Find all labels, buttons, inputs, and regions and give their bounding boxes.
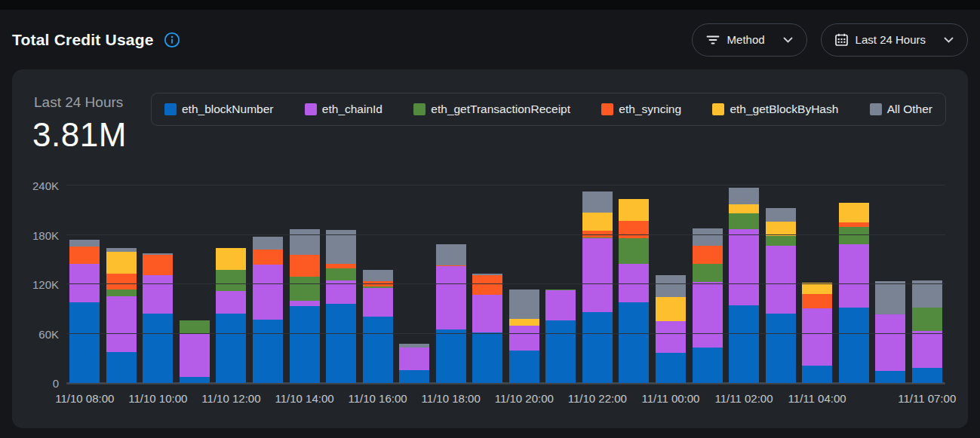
bar-segment-eth_chainid <box>472 295 502 332</box>
stacked-bar-11-11-00-00[interactable] <box>656 185 686 383</box>
bar-slot <box>799 185 836 383</box>
bar-segment-eth_chainid <box>436 266 466 329</box>
stacked-bar-11-11-06-00[interactable] <box>875 185 905 383</box>
bar-segment-eth_blocknumber <box>290 306 320 383</box>
stacked-bar-11-11-05-00[interactable] <box>839 185 869 383</box>
legend-label: eth_getBlockByHash <box>730 103 838 116</box>
bar-segment-all-other <box>509 289 539 319</box>
x-tick-label: 11/10 12:00 <box>201 392 260 405</box>
bar-segment-all-other <box>253 237 283 250</box>
stacked-bar-11-10-16-00[interactable] <box>363 185 393 383</box>
x-axis-labels: 11/10 08:0011/10 10:0011/10 12:0011/10 1… <box>66 392 945 409</box>
bar-segment-all-other <box>326 230 356 264</box>
legend-item-eth_syncing[interactable]: eth_syncing <box>601 103 681 116</box>
bar-segment-eth_blocknumber <box>693 348 723 383</box>
stacked-bar-11-10-08-00[interactable] <box>69 185 100 383</box>
bar-segment-eth_chainid <box>545 290 576 320</box>
bar-segment-eth_gettransactionreceipt <box>729 213 759 229</box>
bar-segment-all-other <box>766 208 796 222</box>
stacked-bar-11-10-09-00[interactable] <box>106 185 137 383</box>
chart-legend: eth_blockNumbereth_chainIdeth_getTransac… <box>151 93 946 126</box>
bar-segment-eth_blocknumber <box>69 302 100 383</box>
bar-segment-eth_blocknumber <box>399 370 429 383</box>
stacked-bar-11-10-22-00[interactable] <box>582 185 613 383</box>
x-tick-label: 11/11 04:00 <box>788 392 846 405</box>
legend-item-all-other[interactable]: All Other <box>870 103 932 116</box>
method-filter-dropdown[interactable]: Method <box>692 23 807 57</box>
stacked-bar-11-11-02-00[interactable] <box>729 185 759 383</box>
stacked-bar-11-10-17-00[interactable] <box>399 185 429 383</box>
bar-slot <box>872 185 909 383</box>
bar-segment-eth_chainid <box>290 301 320 307</box>
bar-slot <box>213 185 250 383</box>
gridline <box>66 234 945 235</box>
stacked-bar-11-10-23-00[interactable] <box>619 185 649 383</box>
bar-slot <box>909 185 946 383</box>
bar-segment-eth_gettransactionreceipt <box>912 308 942 332</box>
stacked-bar-11-10-12-00[interactable] <box>216 185 246 383</box>
legend-label: eth_blockNumber <box>182 103 273 116</box>
header: Total Credit Usage Method <box>0 10 980 69</box>
stacked-bar-11-11-03-00[interactable] <box>766 185 796 383</box>
bar-segment-eth_blocknumber <box>656 353 686 383</box>
bar-segment-eth_blocknumber <box>472 332 502 383</box>
legend-item-eth_gettransactionreceipt[interactable]: eth_getTransactionReceipt <box>413 103 570 116</box>
y-tick-label: 0 <box>53 377 59 390</box>
stacked-bar-11-10-10-00[interactable] <box>143 185 173 383</box>
bar-segment-eth_chainid <box>180 334 210 378</box>
bar-segment-eth_getblockbyhash <box>582 213 613 231</box>
bar-segment-eth_blocknumber <box>106 352 137 383</box>
bar-slot <box>726 185 763 383</box>
legend-item-eth_blocknumber[interactable]: eth_blockNumber <box>164 103 273 116</box>
bar-segment-all-other <box>436 244 466 265</box>
bar-segment-eth_syncing <box>693 246 723 264</box>
bar-segment-all-other <box>693 228 723 246</box>
stacked-bar-11-10-11-00[interactable] <box>180 185 210 383</box>
info-icon[interactable] <box>163 31 181 49</box>
bar-segment-eth_chainid <box>912 331 942 368</box>
bar-segment-eth_gettransactionreceipt <box>326 268 356 280</box>
legend-swatch <box>870 103 882 115</box>
legend-item-eth_getblockbyhash[interactable]: eth_getBlockByHash <box>712 103 838 116</box>
bar-segment-eth_syncing <box>472 275 502 295</box>
date-range-dropdown[interactable]: Last 24 Hours <box>821 23 968 57</box>
stacked-bar-11-11-01-00[interactable] <box>693 185 723 383</box>
bar-segment-eth_blocknumber <box>326 304 356 383</box>
legend-swatch <box>164 103 177 115</box>
bar-slot <box>542 185 579 383</box>
stacked-bar-11-10-19-00[interactable] <box>472 185 502 383</box>
bar-slot <box>250 185 287 383</box>
bar-segment-eth_chainid <box>766 246 796 314</box>
bar-segment-eth_blocknumber <box>619 302 649 383</box>
chart-plot-area: 060K120K180K240K <box>66 185 945 383</box>
bar-segment-eth_blocknumber <box>363 317 393 383</box>
total-value: 3.81M <box>32 116 127 154</box>
stacked-bar-11-10-18-00[interactable] <box>436 185 466 383</box>
bar-slot <box>140 185 177 383</box>
stacked-bar-11-10-15-00[interactable] <box>326 185 356 383</box>
bar-segment-eth_blocknumber <box>839 308 869 383</box>
stacked-bar-11-11-04-00[interactable] <box>802 185 832 383</box>
stacked-bar-11-11-07-00[interactable] <box>912 185 942 383</box>
bar-slot <box>616 185 653 383</box>
bar-segment-eth_gettransactionreceipt <box>290 277 320 301</box>
legend-swatch <box>413 103 425 115</box>
legend-item-eth_chainid[interactable]: eth_chainId <box>305 103 382 116</box>
bar-segment-eth_gettransactionreceipt <box>619 238 649 264</box>
bar-segment-eth_blocknumber <box>766 314 796 383</box>
x-tick-label: 11/10 18:00 <box>422 392 481 405</box>
bar-segment-eth_gettransactionreceipt <box>839 227 869 244</box>
bar-segment-eth_chainid <box>582 238 613 312</box>
y-tick-label: 120K <box>32 278 59 291</box>
bar-segment-eth_gettransactionreceipt <box>180 320 210 333</box>
period-label: Last 24 Hours <box>34 94 123 111</box>
bar-segment-all-other <box>875 281 905 315</box>
bar-segment-eth_syncing <box>290 255 320 277</box>
bar-segment-eth_syncing <box>802 294 832 308</box>
stacked-bar-11-10-13-00[interactable] <box>253 185 283 383</box>
stacked-bar-11-10-20-00[interactable] <box>509 185 539 383</box>
stacked-bar-11-10-21-00[interactable] <box>545 185 576 383</box>
bar-segment-all-other <box>656 275 686 297</box>
x-tick-label: 11/11 02:00 <box>715 392 773 405</box>
stacked-bar-11-10-14-00[interactable] <box>290 185 320 383</box>
